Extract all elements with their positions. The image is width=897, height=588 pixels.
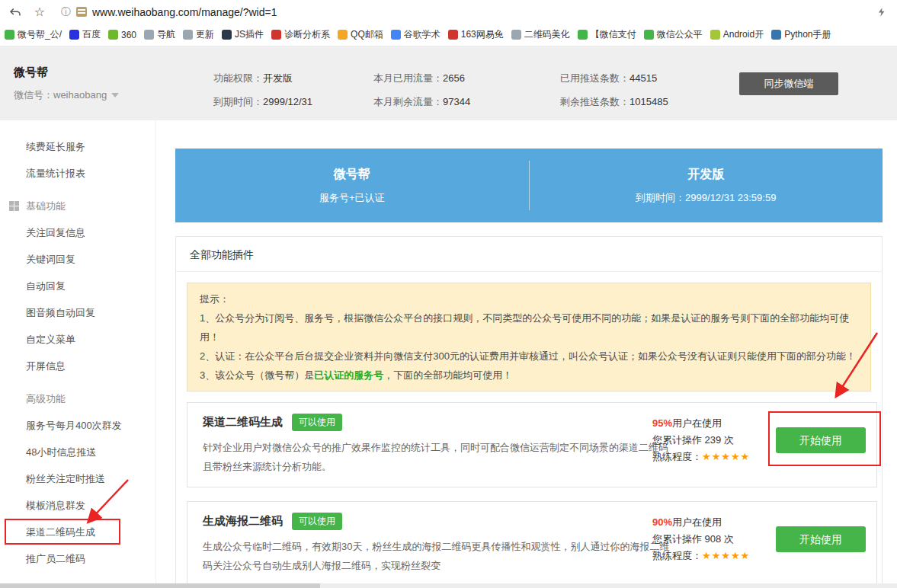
verified-highlight: 已认证的服务号 [314,369,383,381]
bookmarks-bar: 微号帮_公/ 百度 360 导航 更新 JS插件 诊断分析系 QQ邮箱 谷歌学术… [0,24,897,46]
sidebar-section-basic[interactable]: 基础功能 [0,193,155,219]
availability-badge: 可以使用 [292,513,342,530]
sidebar-item-media-auto-reply[interactable]: 图音频自动回复 [0,299,155,326]
notice-line-2: 2、认证：在公众平台后台提交企业资料并向微信支付300元的认证费用并审核通过，叫… [200,347,858,366]
bookmark-favicon-icon [338,30,348,40]
banner-edition-cell: 开发版 到期时间：2999/12/31 23:59:59 [530,149,883,222]
operation-count: 您累计操作 239 次 [652,432,750,449]
notice-line-1: 1、公众号分为订阅号、服务号，根据微信公众平台的接口规则，不同类型的公众号可使用… [200,308,858,347]
bookmark-item[interactable]: 【微信支付 [578,28,636,41]
sidebar-item-custom-menu[interactable]: 自定义菜单 [0,326,155,353]
bookmark-favicon-icon [144,30,154,40]
plugins-panel: 全部功能插件 提示： 1、公众号分为订阅号、服务号，根据微信公众平台的接口规则，… [175,236,883,588]
bookmark-item[interactable]: 163网易免 [448,28,504,41]
sidebar-item-promoter-qrcode[interactable]: 推广员二维码 [0,545,155,572]
bookmark-item[interactable]: 谷歌学术 [391,28,440,41]
account-banner: 微号帮 服务号+已认证 开发版 到期时间：2999/12/31 23:59:59 [175,149,883,222]
notice-line-3: 3、该公众号（微号帮）是已认证的服务号，下面的全部功能均可使用！ [200,366,858,385]
sidebar-item-48h-push[interactable]: 48小时信息推送 [0,439,155,465]
start-using-button[interactable]: 开始使用 [776,427,866,453]
bookmark-favicon-icon [183,30,193,40]
plugin-card-channel-qrcode: 渠道二维码生成 可以使用 针对企业用户对微信公众号的推广效果作监控的统计工具，同… [187,402,877,487]
sync-wechat-button[interactable]: 同步微信端 [739,72,838,95]
bookmark-item[interactable]: 二维码美化 [511,28,570,41]
sidebar-item-monthly-broadcast[interactable]: 服务号每月400次群发 [0,412,155,439]
plugin-title: 生成海报二维码 [203,514,283,529]
availability-badge: 可以使用 [292,414,342,431]
plugin-stats: 90%用户在使用 您累计操作 908 次 熟练程度：★★★★★ [652,514,750,564]
plugin-stats: 95%用户在使用 您累计操作 239 次 熟练程度：★★★★★ [652,415,750,465]
bookmark-label: JS插件 [235,28,264,41]
back-icon[interactable] [8,5,23,20]
lightning-icon[interactable] [874,5,889,20]
bookmark-label: 谷歌学术 [404,28,440,41]
bookmark-label: 导航 [157,28,175,41]
sidebar-item-auto-reply[interactable]: 自动回复 [0,273,155,299]
sidebar-item-follow-reply[interactable]: 关注回复信息 [0,219,155,246]
star-rating-icon: ★★★★★ [702,550,750,561]
banner-account-type: 服务号+已认证 [319,191,385,205]
sidebar-item-keyword-reply[interactable]: 关键词回复 [0,246,155,273]
sidebar-item-splash-info[interactable]: 开屏信息 [0,353,155,379]
banner-account-cell: 微号帮 服务号+已认证 [175,149,529,222]
bookmark-favicon-icon [644,30,654,40]
sidebar-section-label: 基础功能 [26,200,66,212]
chevron-down-icon [111,93,119,97]
bookmark-label: 百度 [82,28,101,41]
browser-toolbar: ☆ ⓘ www.weihaobang.com/manage/?wid=1 [0,0,897,24]
banner-expiry: 到期时间：2999/12/31 23:59:59 [636,191,776,205]
bookmark-item[interactable]: 微信公众平 [644,28,703,41]
favorite-star-icon[interactable]: ☆ [32,5,47,20]
bookmark-favicon-icon [448,30,458,40]
info-icon[interactable]: ⓘ [61,5,71,19]
banner-account-name: 微号帮 [334,167,370,183]
bookmark-item[interactable]: 360 [108,30,136,40]
sidebar-item-renew[interactable]: 续费延长服务 [0,133,155,160]
sidebar-section-advanced[interactable]: 高级功能 [0,385,155,412]
banner-edition-name: 开发版 [687,167,724,183]
notice-box: 提示： 1、公众号分为订阅号、服务号，根据微信公众平台的接口规则，不同类型的公众… [187,283,871,391]
plugin-title: 渠道二维码生成 [203,415,283,430]
bookmark-item[interactable]: 微号帮_公/ [5,28,62,41]
bookmark-label: QQ邮箱 [351,28,383,41]
sidebar-item-traffic-report[interactable]: 流量统计报表 [0,160,155,187]
sidebar-item-label: 渠道二维码生成 [26,526,95,538]
plugin-description: 针对企业用户对微信公众号的推广效果作监控的统计工具，同时可配合微信运营制定不同场… [203,438,675,476]
bookmark-label: Android开 [723,28,764,41]
bookmark-label: 【微信支付 [591,28,636,41]
bookmark-item[interactable]: 导航 [144,28,175,41]
bookmark-label: 二维码美化 [524,28,570,41]
url-text[interactable]: www.weihaobang.com/manage/?wid=1 [92,6,277,18]
account-label: 微信号：weihaobang [14,88,107,102]
proficiency-label: 熟练程度： [652,451,702,462]
sidebar-item-scheduled-push[interactable]: 粉丝关注定时推送 [0,465,155,492]
bookmark-favicon-icon [222,30,232,40]
header-stats-permission: 功能权限：开发版 到期时间：2999/12/31 [213,66,312,113]
bookmark-item[interactable]: Python手册 [771,28,831,41]
plugin-card-poster-qrcode: 生成海报二维码 可以使用 生成公众号临时二维码，有效期30天，粉丝生成的海报二维… [187,501,877,586]
horizontal-scrollbar-track [0,583,897,588]
usage-percentage: 90% [652,516,672,528]
bookmark-label: 163网易免 [461,28,504,41]
bookmark-label: Python手册 [784,28,831,41]
grid-icon [9,201,19,211]
app-header: 微号帮 微信号：weihaobang 功能权限：开发版 到期时间：2999/12… [0,46,897,120]
usage-percentage: 95% [652,417,672,429]
bookmark-favicon-icon [710,30,720,40]
bookmark-item[interactable]: 更新 [183,28,214,41]
bookmark-item[interactable]: QQ邮箱 [338,28,383,41]
start-using-button[interactable]: 开始使用 [776,526,866,552]
bookmark-item[interactable]: Android开 [710,28,764,41]
sidebar-item-channel-qrcode[interactable]: 渠道二维码生成 [0,519,155,545]
horizontal-scrollbar-thumb[interactable] [0,583,320,588]
url-bar[interactable]: ⓘ www.weihaobang.com/manage/?wid=1 [61,5,865,19]
bookmark-item[interactable]: 百度 [69,28,101,41]
bookmark-favicon-icon [511,30,521,40]
sidebar-section-label: 高级功能 [26,393,66,404]
bookmark-item[interactable]: 诊断分析系 [271,28,330,41]
sidebar-item-template-broadcast[interactable]: 模板消息群发 [0,492,155,519]
site-favicon-icon [76,7,87,17]
bookmark-item[interactable]: JS插件 [222,28,264,41]
sidebar: 续费延长服务 流量统计报表 基础功能 关注回复信息 关键词回复 自动回复 图音频… [0,120,156,588]
account-selector[interactable]: 微信号：weihaobang [14,88,119,102]
